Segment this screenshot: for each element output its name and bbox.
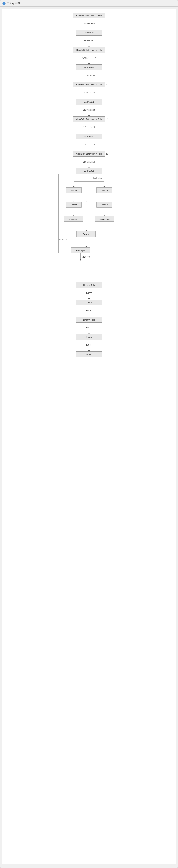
svg-marker-9 <box>103 186 105 187</box>
svg-text:Shape: Shape <box>71 189 77 192</box>
svg-marker-19 <box>85 200 87 202</box>
conv5-section: Conv3x3 > BatchNorm > Relu x2 1x512x14x1… <box>73 151 105 168</box>
maxpool4-section: MaxPool2x2 1x512x14x14 <box>76 134 102 151</box>
arrow7: 1x512x28x28 <box>83 122 95 134</box>
branch-svg: 1x512x7x7 Shape Consta <box>57 174 121 284</box>
linear3-node: Linear <box>76 351 102 357</box>
svg-text:Reshape: Reshape <box>76 249 85 251</box>
arrow3: 1x128x112x112 <box>82 53 96 64</box>
conv4-section: Conv3x3 > BatchNorm > Relu x2 1x512x28x2… <box>73 116 105 134</box>
arrow4: 1x128x56x56 <box>83 70 95 82</box>
arrow9: 1x512x14x14 <box>83 157 95 168</box>
conv2-node: Conv3x3 > BatchNorm > Relu <box>73 47 105 53</box>
svg-text:1x25088: 1x25088 <box>82 256 90 258</box>
linear2-node: Linear > Relu <box>76 317 102 322</box>
linear1-section: Linear > Relu 1x4096 <box>76 282 102 300</box>
conv3-node: Conv3x3 > BatchNorm > Relu x2 <box>73 82 105 88</box>
maxpool3-node: MaxPool2x2 <box>76 99 102 105</box>
svg-text:Constant: Constant <box>100 189 109 192</box>
dropout1-section: Dropout 1x4096 <box>76 300 102 317</box>
conv5-node: Conv3x3 > BatchNorm > Relu x2 <box>73 151 105 157</box>
linear2-section: Linear > Relu 1x4096 <box>76 317 102 334</box>
maxpool5-node: MaxPool2x2 <box>76 168 102 174</box>
branch-section: 1x512x7x7 Shape Consta <box>57 174 121 284</box>
svg-marker-35 <box>85 230 87 231</box>
dropout2-node: Dropout <box>76 334 102 340</box>
svg-text:Unsqueeze: Unsqueeze <box>99 218 110 220</box>
svg-text:Unsqueeze: Unsqueeze <box>68 218 79 220</box>
arrow-linear2: 1x4096 <box>86 322 92 334</box>
arrow-linear1: 1x4096 <box>86 288 92 300</box>
svg-marker-7 <box>73 186 75 187</box>
arrow5: 1x256x56x56 <box>83 88 95 99</box>
maxpool1-section: MaxPool2x2 1x64x112x112 <box>76 30 102 47</box>
svg-marker-25 <box>73 215 75 216</box>
conv3-section: Conv3x3 > BatchNorm > Relu x2 1x256x56x5… <box>73 82 105 99</box>
dropout1-node: Dropout <box>76 300 102 305</box>
linear1-node: Linear > Relu <box>76 282 102 288</box>
window-title: 由 Xnip 截图 <box>7 2 20 5</box>
main-window: X 由 Xnip 截图 Conv3x3 > BatchNorm > Relu 1… <box>0 0 178 868</box>
svg-marker-44 <box>85 246 87 247</box>
svg-text:1x512x7x7: 1x512x7x7 <box>59 239 68 241</box>
svg-text:1x512x7x7: 1x512x7x7 <box>93 177 102 179</box>
maxpool4-node: MaxPool2x2 <box>76 134 102 140</box>
arrow1: 1x64x224x224 <box>83 18 95 30</box>
maxpool2-node: MaxPool2x2 <box>76 64 102 70</box>
title-bar: X 由 Xnip 截图 <box>0 0 178 7</box>
svg-marker-27 <box>103 215 105 216</box>
conv1-node: Conv3x3 > BatchNorm > Relu <box>73 12 105 18</box>
conv2-section: Conv3x3 > BatchNorm > Relu 1x128x112x112 <box>73 47 105 64</box>
svg-marker-52 <box>80 259 81 260</box>
dropout2-section: Dropout 1x4096 <box>76 334 102 351</box>
conv1-section: Conv3x3 > BatchNorm > Relu 1x64x224x224 <box>73 12 105 30</box>
linear3-section: Linear <box>76 351 102 357</box>
maxpool3-section: MaxPool2x2 1x256x28x28 <box>76 99 102 116</box>
svg-text:X: X <box>3 2 5 5</box>
arrow6: 1x256x28x28 <box>83 105 95 116</box>
svg-text:Gather: Gather <box>70 204 77 206</box>
maxpool5-section: MaxPool2x2 <box>76 168 102 174</box>
conv4-node: Conv3x3 > BatchNorm > Relu x2 <box>73 116 105 122</box>
maxpool1-node: MaxPool2x2 <box>76 30 102 35</box>
arrow-dropout1: 1x4096 <box>86 305 92 317</box>
arrow8: 1x512x14x14 <box>83 140 95 151</box>
svg-text:Concat: Concat <box>83 233 90 235</box>
arrow2: 1x64x112x112 <box>83 35 95 47</box>
maxpool2-section: MaxPool2x2 1x128x56x56 <box>76 64 102 82</box>
svg-text:Constant: Constant <box>100 204 109 206</box>
diagram-area: Conv3x3 > BatchNorm > Relu 1x64x224x224 … <box>2 8 176 864</box>
arrow-dropout2: 1x4096 <box>86 340 92 351</box>
app-icon: X <box>2 2 5 5</box>
svg-marker-18 <box>73 200 75 202</box>
